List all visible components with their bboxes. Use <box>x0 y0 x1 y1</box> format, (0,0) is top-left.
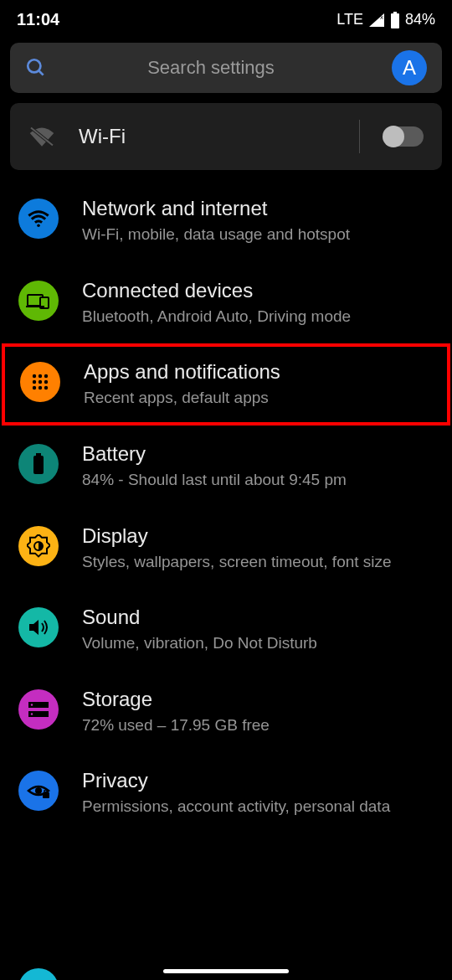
item-subtitle: Volume, vibration, Do Not Disturb <box>82 632 434 654</box>
item-title: Storage <box>82 688 434 711</box>
settings-item-connected-devices[interactable]: Connected devices Bluetooth, Android Aut… <box>0 262 452 344</box>
item-subtitle: Styles, wallpapers, screen timeout, font… <box>82 551 434 573</box>
svg-rect-2 <box>391 13 399 28</box>
privacy-icon <box>18 771 59 811</box>
item-title: Battery <box>82 442 434 466</box>
search-placeholder: Search settings <box>47 57 375 79</box>
status-time: 11:04 <box>17 10 59 29</box>
signal-icon: x <box>368 13 385 28</box>
item-subtitle: 72% used – 17.95 GB free <box>82 714 434 736</box>
wifi-quick-card[interactable]: Wi-Fi <box>10 103 442 170</box>
settings-item-network[interactable]: Network and internet Wi-Fi, mobile, data… <box>0 180 452 262</box>
svg-line-4 <box>39 70 43 75</box>
svg-point-3 <box>28 59 40 72</box>
item-title: Connected devices <box>82 279 434 302</box>
item-title: Apps and notifications <box>84 360 432 384</box>
item-subtitle: Permissions, account activity, personal … <box>82 796 434 818</box>
svg-point-18 <box>39 386 42 389</box>
settings-item-sound[interactable]: Sound Volume, vibration, Do Not Disturb <box>0 589 452 671</box>
search-bar[interactable]: Search settings A <box>10 43 442 93</box>
svg-rect-1 <box>393 12 397 13</box>
svg-point-17 <box>33 386 36 389</box>
battery-icon <box>18 444 59 484</box>
svg-rect-10 <box>26 306 44 307</box>
svg-rect-21 <box>33 456 44 474</box>
svg-rect-28 <box>43 792 49 798</box>
home-indicator[interactable] <box>163 969 289 973</box>
storage-icon <box>18 689 59 730</box>
svg-point-19 <box>44 386 48 389</box>
wifi-icon <box>18 199 59 239</box>
battery-percent: 84% <box>405 11 435 28</box>
status-right: LTE x 84% <box>336 11 435 28</box>
item-title: Display <box>82 524 434 548</box>
avatar-letter: A <box>403 56 416 80</box>
item-subtitle: 84% - Should last until about 9:45 pm <box>82 469 434 491</box>
apps-icon <box>20 362 60 402</box>
settings-item-apps[interactable]: Apps and notifications Recent apps, defa… <box>5 347 447 422</box>
item-title: Sound <box>82 606 434 629</box>
svg-rect-20 <box>36 453 41 456</box>
settings-item-partial[interactable] <box>0 957 452 980</box>
svg-point-26 <box>31 713 33 714</box>
settings-item-battery[interactable]: Battery 84% - Should last until about 9:… <box>0 426 452 508</box>
settings-item-storage[interactable]: Storage 72% used – 17.95 GB free <box>0 671 452 753</box>
svg-point-16 <box>44 380 48 384</box>
svg-point-11 <box>33 374 36 378</box>
divider <box>359 120 360 153</box>
svg-point-15 <box>39 380 42 384</box>
settings-item-privacy[interactable]: Privacy Permissions, account activity, p… <box>0 752 452 834</box>
settings-item-display[interactable]: Display Styles, wallpapers, screen timeo… <box>0 508 452 590</box>
svg-point-27 <box>35 787 42 794</box>
wifi-label: Wi-Fi <box>79 125 336 148</box>
wifi-off-icon <box>28 126 55 147</box>
item-subtitle: Wi-Fi, mobile, data usage and hotspot <box>82 224 434 245</box>
item-subtitle: Bluetooth, Android Auto, Driving mode <box>82 306 434 328</box>
svg-point-12 <box>39 374 42 378</box>
item-subtitle: Recent apps, default apps <box>84 387 432 409</box>
avatar[interactable]: A <box>392 50 427 85</box>
svg-point-14 <box>33 380 36 384</box>
highlight-annotation: Apps and notifications Recent apps, defa… <box>2 343 450 426</box>
svg-text:x: x <box>380 13 383 21</box>
location-icon <box>18 968 59 980</box>
svg-point-7 <box>37 224 40 227</box>
sound-icon <box>18 607 59 647</box>
svg-point-13 <box>44 374 48 378</box>
search-icon <box>25 57 47 79</box>
battery-icon <box>390 12 400 28</box>
item-title: Privacy <box>82 769 434 792</box>
item-title: Network and internet <box>82 197 434 220</box>
toggle-knob <box>383 126 404 147</box>
status-bar: 11:04 LTE x 84% <box>0 0 452 36</box>
svg-point-25 <box>31 704 33 705</box>
wifi-toggle[interactable] <box>383 126 424 147</box>
network-type: LTE <box>336 11 363 28</box>
brightness-icon <box>18 526 59 566</box>
devices-icon <box>18 281 59 321</box>
